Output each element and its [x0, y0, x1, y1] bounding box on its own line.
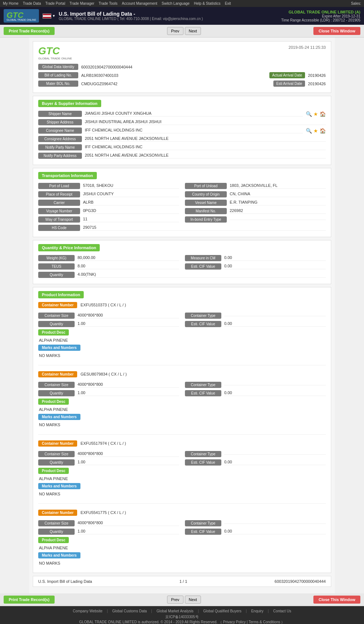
actual-arrival-badge: Actual Arrival Date — [269, 72, 305, 78]
doc-footer: U.S. Import Bill of Lading Data 1 / 1 60… — [33, 576, 331, 587]
container-number-value-0: EXFU5510373 ( CX / L / ) — [80, 303, 126, 307]
vessel-name-value: E.R. TIANPING — [230, 200, 326, 205]
way-of-transport-item: Way of Transport 11 — [38, 216, 179, 223]
container-type-label-0: Container Type — [185, 313, 221, 319]
footer-link-enquiry[interactable]: Enquiry — [251, 609, 264, 613]
container-number-value-3: EXFU5541775 ( CX / L / ) — [80, 510, 126, 515]
container-qty-cif-row-2: Quantity 1.00 Esti. CIF Value 0.00 — [38, 459, 326, 466]
nav-account-management[interactable]: Account Management — [122, 1, 157, 5]
footer-link-contact-us[interactable]: Contact Us — [273, 609, 291, 613]
quantity-price-header: Quantity & Price Information — [38, 244, 100, 251]
next-button-top[interactable]: Next — [185, 27, 201, 35]
marks-text-1: NO MARKS — [38, 423, 326, 427]
product-desc-btn-3: Product Desc — [38, 537, 69, 543]
consignee-address-label: Consignee Address — [38, 136, 82, 142]
container-qty-value-0: 1.00 — [78, 321, 179, 327]
footer-link-customs-data[interactable]: Global Customs Data — [112, 609, 147, 613]
receipt-origin-row: Place of Receipt JISHUI COUNTY Country o… — [38, 191, 326, 197]
prev-button-top[interactable]: Prev — [167, 27, 183, 35]
footer-links[interactable]: Company Website | Global Customs Data | … — [3, 609, 361, 613]
shipper-name-row: Shipper Name JIANGXI JISHUI COUNTY XINGH… — [38, 111, 326, 117]
consignee-star-icon[interactable]: ★ — [313, 128, 318, 134]
global-data-identity-row: Global Data Identity 6003201904270000004… — [38, 64, 326, 70]
search-icon[interactable]: 🔍 — [306, 111, 312, 117]
buyer-supplier-section: Buyer & Supplier Information Shipper Nam… — [33, 96, 331, 165]
flag-selector[interactable]: ▾ — [43, 13, 55, 19]
next-button-bottom[interactable]: Next — [185, 596, 201, 604]
weight-item: Weight (KG) 80,000.00 — [38, 255, 179, 261]
port-of-unload-value: 1803, JACKSONVILLE, FL — [230, 183, 326, 189]
close-button-bottom[interactable]: Close This Window — [313, 596, 360, 604]
header-bar: GTC GLOBAL TRADE ONLINE ▾ U.S. Import Bi… — [0, 7, 364, 25]
nav-help-statistics[interactable]: Help & Statistics — [194, 1, 221, 5]
bill-of-lading-value: ALRB190307400103 — [81, 73, 269, 78]
teus-cif-row: TEUS 8.00 Esti. CIF Value 0.00 — [38, 263, 326, 270]
way-of-transport-label: Way of Transport — [38, 216, 80, 223]
consignee-search-icon[interactable]: 🔍 — [306, 128, 312, 134]
port-of-load-item: Port of Load 57018, SHEKOU — [38, 183, 179, 189]
close-button-top[interactable]: Close This Window — [313, 27, 360, 35]
place-of-receipt-item: Place of Receipt JISHUI COUNTY — [38, 191, 179, 197]
container-qty-label-1: Quantity — [38, 390, 75, 396]
footer-link-market-analysis[interactable]: Global Market Analysis — [157, 609, 194, 613]
marks-btn-2: Marks and Numbers — [38, 483, 80, 489]
manifest-no-label: Manifest No. — [185, 208, 227, 214]
voyage-number-label: Voyage Number — [38, 208, 80, 214]
flag-dropdown-icon[interactable]: ▾ — [53, 13, 55, 18]
prev-button-bottom[interactable]: Prev — [167, 596, 183, 604]
carrier-label: Carrier — [38, 200, 80, 206]
product-desc-text-0: ALPHA PINENE — [38, 338, 326, 342]
shipper-name-label: Shipper Name — [38, 111, 82, 117]
hs-code-value: 290715 — [83, 225, 326, 231]
nav-trade-data[interactable]: Trade Data — [23, 1, 41, 5]
container-type-value-3 — [224, 523, 326, 524]
nav-trade-tools[interactable]: Trade Tools — [99, 1, 118, 5]
print-record-button-top[interactable]: Print Trade Record(s) — [4, 27, 55, 35]
quantity-price-section: Quantity & Price Information Weight (KG)… — [33, 240, 331, 284]
container-cif-item-2: Esti. CIF Value 0.00 — [185, 459, 326, 466]
doc-header-section: GTC GLOBAL TRADE ONLINE 2019-05-24 11:25… — [33, 41, 331, 93]
gto-time-range: Time Range Accessible (LDR) : 200712 - 2… — [281, 18, 360, 22]
consignee-address-value: 2051 NORTH LANE AVENUE JACKSONVILLE — [85, 136, 326, 142]
notify-party-address-value: 2051 NORTH LANE AVENUE JACKSONVILLE — [85, 153, 326, 158]
prev-next-nav-bottom: Prev Next — [167, 596, 201, 604]
home-icon[interactable]: 🏠 — [320, 111, 326, 117]
marks-text-0: NO MARKS — [38, 353, 326, 358]
consignee-home-icon[interactable]: 🏠 — [320, 128, 326, 134]
marks-btn-0: Marks and Numbers — [38, 345, 80, 351]
page-title: U.S. Import Bill of Lading Data - — [59, 11, 203, 17]
global-data-identity-label: Global Data Identity — [38, 64, 78, 70]
nav-trade-portal[interactable]: Trade Portal — [45, 1, 65, 5]
weight-value: 80,000.00 — [78, 255, 179, 261]
nav-menu[interactable]: My Home Trade Data Trade Portal Trade Ma… — [3, 1, 231, 5]
nav-switch-language[interactable]: Switch Language — [162, 1, 190, 5]
nav-exit[interactable]: Exit — [225, 1, 231, 5]
footer-link-qualified-buyers[interactable]: Global Qualified Buyers — [203, 609, 241, 613]
manifest-no-value: 226982 — [230, 208, 326, 214]
doc-footer-right: 60032019042700000040444 — [274, 579, 326, 584]
container-qty-value-3: 1.00 — [78, 529, 179, 534]
consignee-action-icons: 🔍 ★ 🏠 — [306, 128, 326, 134]
product-desc-text-2: ALPHA PINENE — [38, 476, 326, 481]
esti-cif-value: 0.00 — [224, 264, 326, 269]
container-cif-label-0: Esti. CIF Value — [185, 321, 221, 327]
container-size-item-1: Container Size 4000*806*800 — [38, 382, 179, 388]
master-bol-row: Mater BOL No. CMDUGGZ0964742 Esti Arriva… — [38, 81, 326, 87]
nav-trade-manager[interactable]: Trade Manager — [70, 1, 94, 5]
logo: GTC GLOBAL TRADE ONLINE — [4, 9, 39, 23]
shipper-action-icons: 🔍 ★ 🏠 — [306, 111, 326, 117]
vessel-name-label: Vessel Name — [185, 200, 227, 206]
container-type-item-2: Container Type — [185, 451, 326, 457]
action-bar-bottom: Print Trade Record(s) Prev Next Close Th… — [0, 593, 364, 606]
measure-value: 0.00 — [224, 255, 326, 261]
star-icon[interactable]: ★ — [313, 111, 318, 117]
container-size-type-row-0: Container Size 4000*806*800 Container Ty… — [38, 313, 326, 319]
container-cif-value-0: 0.00 — [224, 321, 326, 327]
doc-logo: GTC — [38, 45, 72, 57]
footer-link-company-website[interactable]: Company Website — [73, 609, 103, 613]
marks-text-3: NO MARKS — [38, 561, 326, 565]
nav-my-home[interactable]: My Home — [3, 1, 19, 5]
us-flag-icon — [43, 13, 51, 19]
container-qty-value-1: 1.00 — [78, 391, 179, 396]
print-record-button-bottom[interactable]: Print Trade Record(s) — [4, 596, 55, 604]
